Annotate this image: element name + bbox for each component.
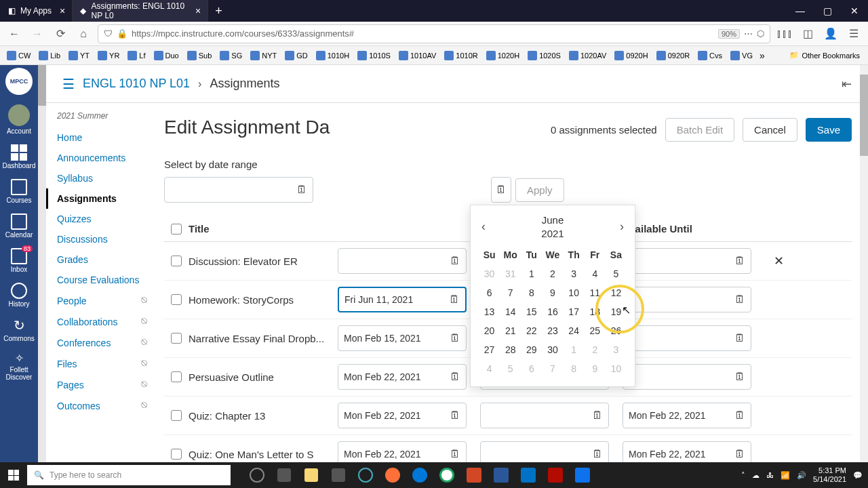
bookmark-item[interactable]: YT — [66, 49, 92, 62]
select-all-checkbox[interactable] — [171, 224, 182, 235]
calendar-day[interactable]: 21 — [500, 321, 521, 340]
breadcrumb-page[interactable]: Assignments — [210, 77, 279, 91]
home-button[interactable]: ⌂ — [75, 25, 92, 43]
available-from-input[interactable]: 🗓 — [480, 441, 609, 462]
firefox-icon[interactable] — [380, 462, 406, 488]
calendar-day[interactable]: 1 — [564, 340, 585, 359]
calendar-day[interactable]: 3 — [564, 264, 585, 283]
pocket-icon[interactable]: ⬡ — [757, 28, 764, 39]
calendar-day[interactable]: 10 — [564, 283, 585, 302]
calendar-day[interactable]: 8 — [521, 283, 542, 302]
calendar-day[interactable]: 18 — [585, 302, 606, 321]
calendar-day[interactable]: 31 — [500, 264, 521, 283]
tab-assignments[interactable]: ◆ Assignments: ENGL 1010 NP L0 × — [73, 0, 208, 22]
scroll-thumb[interactable] — [860, 75, 868, 156]
explorer-icon[interactable] — [298, 462, 324, 488]
reload-button[interactable]: ⟳ — [52, 25, 69, 43]
calendar-day[interactable]: 28 — [500, 340, 521, 359]
bookmark-item[interactable]: 1010H — [313, 49, 352, 62]
calendar-day[interactable]: 25 — [585, 321, 606, 340]
calendar-day[interactable]: 5 — [606, 264, 627, 283]
calendar-day[interactable]: 29 — [521, 340, 542, 359]
row-checkbox[interactable] — [171, 449, 182, 460]
coursenav-item[interactable]: Home — [57, 127, 148, 148]
notifications-icon[interactable]: 💬 — [853, 471, 863, 480]
calendar-day[interactable]: 14 — [500, 302, 521, 321]
calendar-day[interactable]: 6 — [479, 283, 500, 302]
volume-icon[interactable]: 🔊 — [797, 471, 806, 480]
bookmark-item[interactable]: NYT — [248, 49, 279, 62]
available-until-input[interactable]: Mon Feb 22, 2021🗓 — [623, 403, 751, 428]
tab-close-icon[interactable]: × — [195, 5, 201, 16]
calendar-day[interactable]: 23 — [542, 321, 563, 340]
due-date-input[interactable]: Fri Jun 11, 2021🗓 — [338, 287, 467, 312]
calendar-icon[interactable]: 🗓 — [450, 332, 460, 344]
available-until-input[interactable]: 🗓 — [623, 325, 751, 351]
library-icon[interactable]: ⫿⫿⫿ — [776, 25, 793, 43]
back-button[interactable]: ← — [5, 25, 23, 43]
maximize-button[interactable]: ▢ — [814, 0, 841, 22]
calendar-icon[interactable]: 🗓 — [734, 255, 745, 267]
calendar-day[interactable]: 16 — [542, 302, 563, 321]
due-date-input[interactable]: Mon Feb 22, 2021🗓 — [338, 403, 467, 428]
available-until-input[interactable]: Mon Feb 22, 2021🗓 — [623, 441, 751, 462]
tray-chevron-icon[interactable]: ˄ — [741, 471, 745, 480]
powerpoint-icon[interactable] — [461, 462, 487, 488]
zoom-icon[interactable] — [570, 462, 595, 488]
bookmark-item[interactable]: 1010S — [355, 49, 393, 62]
calendar-day[interactable]: 2 — [585, 340, 606, 359]
sidebar-icon[interactable]: ◫ — [799, 25, 816, 43]
coursenav-item[interactable]: Outcomes⦰ — [57, 395, 148, 416]
shield-icon[interactable]: 🛡 — [104, 28, 113, 39]
tab-my-apps[interactable]: ◧ My Apps × — [0, 0, 73, 22]
outlook-icon[interactable] — [515, 462, 541, 488]
minimize-button[interactable]: — — [787, 0, 814, 22]
calendar-day[interactable]: 5 — [500, 359, 521, 378]
calendar-day[interactable]: 20 — [479, 321, 500, 340]
calendar-day[interactable]: 2 — [542, 264, 563, 283]
row-checkbox[interactable] — [171, 333, 182, 344]
calendar-day[interactable]: 7 — [500, 283, 521, 302]
available-until-input[interactable]: 🗓 — [623, 364, 751, 390]
scroll-thumb[interactable] — [38, 65, 46, 106]
collapse-icon[interactable]: ⇤ — [842, 77, 852, 92]
calendar-day[interactable]: 12 — [606, 283, 627, 302]
calendar-icon[interactable]: 🗓 — [450, 409, 460, 422]
calendar-day[interactable]: 4 — [479, 359, 500, 378]
calendar-icon[interactable]: 🗓 — [450, 255, 460, 267]
page-actions[interactable]: ⋯ — [744, 28, 753, 39]
calendar-day[interactable]: 1 — [521, 264, 542, 283]
bookmark-item[interactable]: VG — [728, 49, 755, 62]
calendar-icon[interactable]: 🗓 — [496, 184, 507, 196]
bookmark-item[interactable]: SG — [217, 49, 245, 62]
next-month-button[interactable]: › — [617, 217, 627, 237]
calendar-day[interactable]: 15 — [521, 302, 542, 321]
batch-edit-button[interactable]: Batch Edit — [665, 118, 734, 142]
due-date-input[interactable]: Mon Feb 15, 2021🗓 — [338, 325, 467, 351]
calendar-day[interactable]: 4 — [585, 264, 606, 283]
calendar-icon[interactable]: 🗓 — [734, 332, 745, 344]
available-from-input[interactable]: 🗓 — [480, 403, 609, 428]
calendar-day[interactable]: 13 — [479, 302, 500, 321]
calendar-day[interactable]: 9 — [542, 283, 563, 302]
zoom-badge[interactable]: 90% — [718, 29, 740, 39]
coursenav-item[interactable]: Assignments — [46, 188, 148, 209]
cortana-icon[interactable] — [244, 462, 270, 488]
word-icon[interactable] — [488, 462, 514, 488]
bookmark-item[interactable]: Lib — [36, 49, 63, 62]
coursenav-item[interactable]: Syllabus — [57, 168, 148, 188]
new-tab-button[interactable]: + — [208, 4, 229, 18]
store-icon[interactable] — [326, 462, 351, 488]
bookmark-item[interactable]: 1020H — [484, 49, 522, 62]
nav-history[interactable]: History — [0, 279, 38, 312]
bookmark-item[interactable]: 1010R — [441, 49, 480, 62]
other-bookmarks[interactable]: 📁Other Bookmarks — [785, 49, 864, 61]
coursenav-item[interactable]: Course Evaluations — [57, 270, 148, 290]
calendar-day[interactable]: 8 — [564, 359, 585, 378]
institution-logo[interactable]: MPCC — [5, 68, 33, 95]
available-until-input[interactable]: 🗓 — [623, 287, 751, 312]
taskbar-search[interactable]: 🔍 Type here to search — [27, 465, 231, 485]
calendar-icon[interactable]: 🗓 — [592, 448, 603, 460]
prev-month-button[interactable]: ‹ — [479, 217, 488, 237]
chrome-icon[interactable] — [434, 462, 460, 488]
